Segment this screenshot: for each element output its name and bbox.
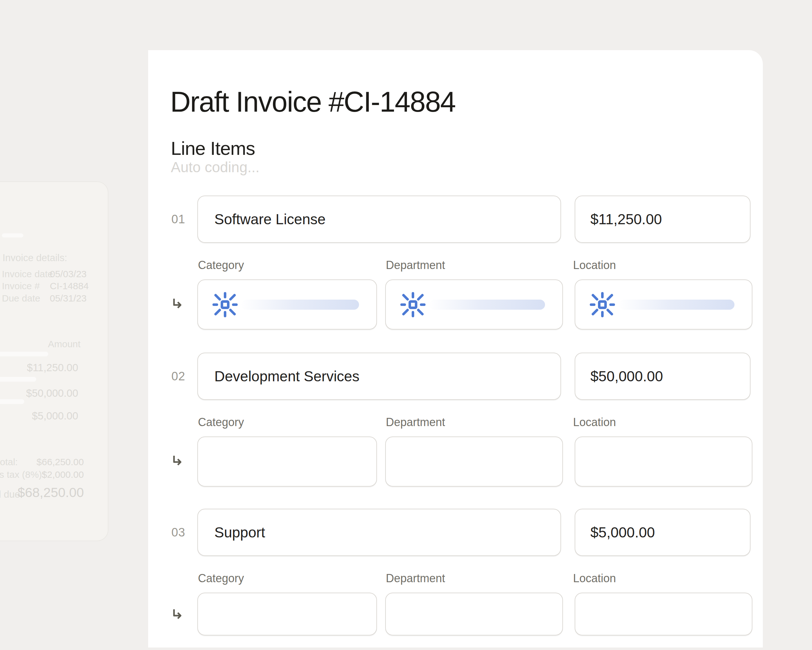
department-label: Department <box>386 416 445 429</box>
location-input[interactable] <box>575 280 752 330</box>
detail-value: 05/03/23 <box>50 269 87 280</box>
category-label: Category <box>198 572 244 585</box>
line-items-heading: Line Items <box>171 138 255 159</box>
faded-text-bar <box>0 352 48 356</box>
total-value: $66,250.00 <box>0 457 84 467</box>
department-input[interactable] <box>385 593 563 635</box>
indent-arrow-icon <box>172 298 183 310</box>
faded-text-bar <box>2 233 23 237</box>
department-label: Department <box>386 258 445 272</box>
location-input[interactable] <box>575 593 752 635</box>
description-text: Software License <box>214 211 326 228</box>
department-input[interactable] <box>385 436 563 486</box>
detail-label: Invoice date <box>2 269 53 280</box>
detail-value: 05/31/23 <box>50 293 87 304</box>
line-item-number: 02 <box>157 353 185 400</box>
location-label: Location <box>573 416 616 429</box>
amount-input[interactable]: $5,000.00 <box>575 509 751 556</box>
detail-label: Due date <box>2 293 40 304</box>
detail-value: CI-14884 <box>50 281 89 291</box>
amount-text: $50,000.00 <box>591 368 663 385</box>
amount-column-header: Amount <box>48 339 80 349</box>
department-input[interactable] <box>385 280 563 330</box>
faded-amount: $11,250.00 <box>0 362 78 374</box>
amount-text: $11,250.00 <box>591 211 662 228</box>
line-item-number: 03 <box>157 509 185 556</box>
location-loading-field <box>575 291 752 318</box>
department-label: Department <box>386 572 445 585</box>
faded-amount: $5,000.00 <box>0 410 78 422</box>
loading-shimmer-bar <box>429 300 545 310</box>
location-input[interactable] <box>575 436 752 486</box>
description-text: Support <box>214 524 265 541</box>
page-title: Draft Invoice #CI-14884 <box>170 86 455 118</box>
total-value: $2,000.00 <box>0 469 84 480</box>
invoice-details-title: Invoice details: <box>3 252 67 264</box>
auto-coding-status: Auto coding... <box>171 159 259 176</box>
department-loading-field <box>386 291 562 318</box>
category-label: Category <box>198 416 244 429</box>
location-label: Location <box>573 258 616 272</box>
category-loading-field <box>198 291 376 318</box>
sparkle-loading-icon <box>399 291 427 318</box>
description-input[interactable]: Development Services <box>197 353 561 400</box>
loading-shimmer-bar <box>241 300 359 310</box>
detail-label: Invoice # <box>2 281 40 291</box>
loading-shimmer-bar <box>619 300 734 310</box>
sparkle-loading-icon <box>211 291 239 318</box>
category-label: Category <box>198 258 244 272</box>
description-text: Development Services <box>214 368 359 385</box>
indent-arrow-icon <box>172 455 183 467</box>
indent-arrow-icon <box>172 609 183 621</box>
category-input[interactable] <box>197 436 377 486</box>
line-item-number: 01 <box>157 196 185 243</box>
faded-text-bar <box>0 377 36 382</box>
amount-input[interactable]: $50,000.00 <box>575 353 751 400</box>
amount-text: $5,000.00 <box>591 524 655 541</box>
faded-amount: $50,000.00 <box>0 387 78 399</box>
location-label: Location <box>573 572 616 585</box>
sparkle-loading-icon <box>589 291 616 318</box>
category-input[interactable] <box>197 593 377 635</box>
total-due-value: $68,250.00 <box>0 485 84 500</box>
faded-text-bar <box>0 399 24 404</box>
description-input[interactable]: Support <box>197 509 561 556</box>
description-input[interactable]: Software License <box>197 196 561 243</box>
amount-input[interactable]: $11,250.00 <box>575 196 751 243</box>
category-input[interactable] <box>197 280 377 330</box>
invoice-coding-screen: Invoice details: Invoice date 05/03/23 I… <box>0 0 812 650</box>
